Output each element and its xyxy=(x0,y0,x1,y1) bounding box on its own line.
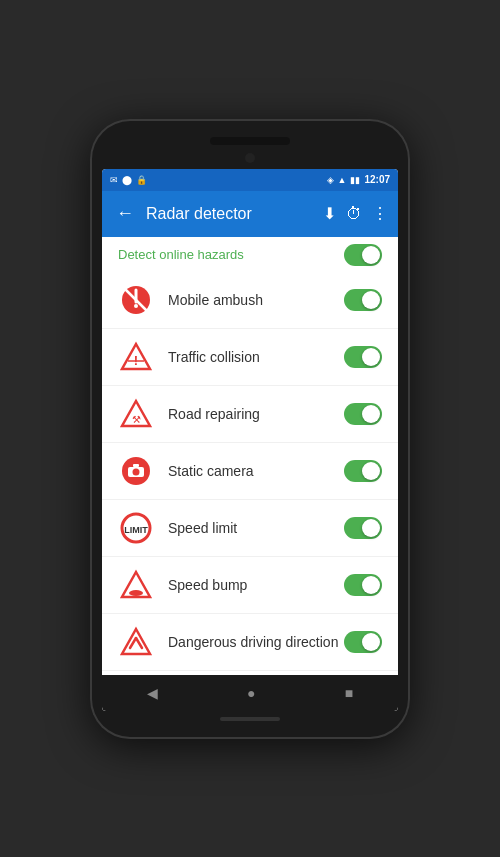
status-bar: ✉ ⬤ 🔒 ◈ ▲ ▮▮ 12:07 xyxy=(102,169,398,191)
dangerous-driving-icon xyxy=(118,624,154,660)
signal-icon: ▲ xyxy=(338,175,347,185)
detect-online-toggle[interactable] xyxy=(344,244,382,266)
dangerous-driving-toggle[interactable] xyxy=(344,631,382,653)
mobile-ambush-label: Mobile ambush xyxy=(168,292,344,308)
screen: ✉ ⬤ 🔒 ◈ ▲ ▮▮ 12:07 ← Radar detector ⬇ ⏱ … xyxy=(102,169,398,711)
speed-limit-label: Speed limit xyxy=(168,520,344,536)
svg-marker-17 xyxy=(122,629,150,654)
wifi-icon: ⬤ xyxy=(122,175,132,185)
content-area: Detect online hazards Mobile ambush xyxy=(102,237,398,675)
list-item-speed-limit: LIMIT Speed limit xyxy=(102,500,398,557)
mobile-ambush-toggle[interactable] xyxy=(344,289,382,311)
lock-icon: 🔒 xyxy=(136,175,147,185)
static-camera-label: Static camera xyxy=(168,463,344,479)
traffic-collision-label: Traffic collision xyxy=(168,349,344,365)
road-repairing-toggle[interactable] xyxy=(344,403,382,425)
list-item-dangerous-driving: Dangerous driving direction xyxy=(102,614,398,671)
status-left-icons: ✉ ⬤ 🔒 xyxy=(110,175,147,185)
phone-bottom-bar xyxy=(220,717,280,721)
phone-device: ✉ ⬤ 🔒 ◈ ▲ ▮▮ 12:07 ← Radar detector ⬇ ⏱ … xyxy=(90,119,410,739)
toolbar-title: Radar detector xyxy=(146,205,315,223)
svg-point-2 xyxy=(134,304,138,308)
toolbar: ← Radar detector ⬇ ⏱ ⋮ xyxy=(102,191,398,237)
speed-limit-icon: LIMIT xyxy=(118,510,154,546)
list-item-speed-bump: Speed bump xyxy=(102,557,398,614)
static-camera-toggle[interactable] xyxy=(344,460,382,482)
battery-icon: ▮▮ xyxy=(350,175,360,185)
status-right-icons: ◈ ▲ ▮▮ 12:07 xyxy=(327,174,391,185)
list-item-road-repairing: ⚒ Road repairing xyxy=(102,386,398,443)
more-icon[interactable]: ⋮ xyxy=(372,204,388,223)
svg-point-11 xyxy=(133,468,140,475)
speed-bump-icon xyxy=(118,567,154,603)
list-item-traffic-collision: ! Traffic collision xyxy=(102,329,398,386)
road-repairing-label: Road repairing xyxy=(168,406,344,422)
message-icon: ✉ xyxy=(110,175,118,185)
speed-limit-toggle[interactable] xyxy=(344,517,382,539)
svg-text:⚒: ⚒ xyxy=(132,414,141,425)
nav-back-button[interactable]: ◀ xyxy=(131,679,174,707)
phone-camera xyxy=(245,153,255,163)
toolbar-actions: ⬇ ⏱ ⋮ xyxy=(323,204,388,223)
speed-bump-toggle[interactable] xyxy=(344,574,382,596)
dangerous-driving-label: Dangerous driving direction xyxy=(168,634,344,650)
nav-bar: ◀ ● ■ xyxy=(102,675,398,711)
road-repairing-icon: ⚒ xyxy=(118,396,154,432)
timer-icon[interactable]: ⏱ xyxy=(346,205,362,223)
nav-recent-button[interactable]: ■ xyxy=(329,679,369,707)
download-icon[interactable]: ⬇ xyxy=(323,204,336,223)
location-icon: ◈ xyxy=(327,175,334,185)
phone-speaker xyxy=(210,137,290,145)
speed-bump-label: Speed bump xyxy=(168,577,344,593)
svg-point-16 xyxy=(129,590,143,596)
traffic-collision-icon: ! xyxy=(118,339,154,375)
list-item-mobile-ambush: Mobile ambush xyxy=(102,272,398,329)
svg-text:LIMIT: LIMIT xyxy=(124,525,148,535)
mobile-ambush-icon xyxy=(118,282,154,318)
list-item-dangerous-crossing: Dangerous crossing xyxy=(102,671,398,675)
static-camera-icon xyxy=(118,453,154,489)
back-button[interactable]: ← xyxy=(112,199,138,228)
status-time: 12:07 xyxy=(364,174,390,185)
list-item-static-camera: Static camera xyxy=(102,443,398,500)
nav-home-button[interactable]: ● xyxy=(231,679,271,707)
traffic-collision-toggle[interactable] xyxy=(344,346,382,368)
svg-rect-12 xyxy=(133,464,139,467)
